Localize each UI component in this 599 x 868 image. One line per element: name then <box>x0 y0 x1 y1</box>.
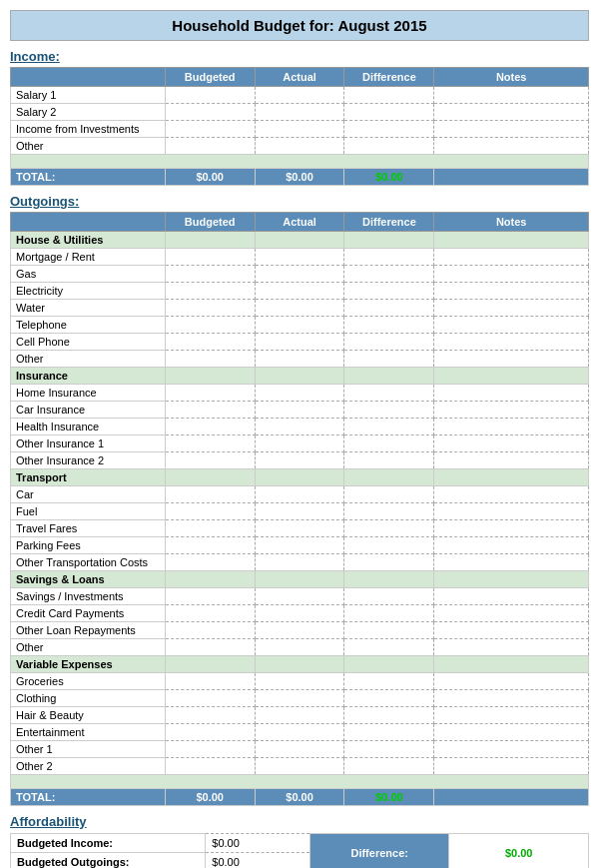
outgoings-row-actual[interactable] <box>255 673 344 690</box>
outgoings-row-notes[interactable] <box>434 741 589 758</box>
outgoings-row-actual[interactable] <box>255 351 344 368</box>
outgoings-row-actual[interactable] <box>255 385 344 402</box>
income-row-notes[interactable] <box>434 121 589 138</box>
outgoings-row-actual[interactable] <box>255 503 344 520</box>
outgoings-row-actual[interactable] <box>255 452 344 469</box>
outgoings-row-actual[interactable] <box>255 639 344 656</box>
income-row-actual[interactable] <box>255 138 344 155</box>
income-row-budgeted[interactable] <box>165 121 255 138</box>
income-row-difference[interactable] <box>344 138 434 155</box>
outgoings-row-actual[interactable] <box>255 249 344 266</box>
outgoings-row-difference[interactable] <box>344 758 434 775</box>
outgoings-row-actual[interactable] <box>255 707 344 724</box>
income-row-difference[interactable] <box>344 87 434 104</box>
outgoings-row-notes[interactable] <box>434 690 589 707</box>
outgoings-row-budgeted[interactable] <box>165 673 255 690</box>
outgoings-row-budgeted[interactable] <box>165 741 255 758</box>
outgoings-row-budgeted[interactable] <box>165 385 255 402</box>
outgoings-row-budgeted[interactable] <box>165 486 255 503</box>
outgoings-row-difference[interactable] <box>344 486 434 503</box>
outgoings-row-budgeted[interactable] <box>165 266 255 283</box>
income-row-notes[interactable] <box>434 87 589 104</box>
outgoings-row-budgeted[interactable] <box>165 724 255 741</box>
outgoings-row-actual[interactable] <box>255 283 344 300</box>
outgoings-row-notes[interactable] <box>434 283 589 300</box>
outgoings-row-notes[interactable] <box>434 402 589 419</box>
outgoings-row-difference[interactable] <box>344 249 434 266</box>
outgoings-row-notes[interactable] <box>434 452 589 469</box>
outgoings-row-notes[interactable] <box>434 486 589 503</box>
outgoings-row-difference[interactable] <box>344 588 434 605</box>
outgoings-row-notes[interactable] <box>434 588 589 605</box>
outgoings-row-actual[interactable] <box>255 402 344 419</box>
outgoings-row-budgeted[interactable] <box>165 622 255 639</box>
outgoings-row-difference[interactable] <box>344 503 434 520</box>
outgoings-row-budgeted[interactable] <box>165 351 255 368</box>
budgeted-income-val[interactable]: $0.00 <box>206 834 310 853</box>
outgoings-row-budgeted[interactable] <box>165 758 255 775</box>
outgoings-row-budgeted[interactable] <box>165 605 255 622</box>
outgoings-row-actual[interactable] <box>255 690 344 707</box>
outgoings-row-difference[interactable] <box>344 520 434 537</box>
outgoings-row-actual[interactable] <box>255 435 344 452</box>
income-row-difference[interactable] <box>344 121 434 138</box>
outgoings-row-difference[interactable] <box>344 639 434 656</box>
outgoings-row-budgeted[interactable] <box>165 419 255 435</box>
outgoings-row-budgeted[interactable] <box>165 639 255 656</box>
outgoings-row-notes[interactable] <box>434 673 589 690</box>
outgoings-row-budgeted[interactable] <box>165 300 255 317</box>
outgoings-row-actual[interactable] <box>255 486 344 503</box>
outgoings-row-notes[interactable] <box>434 351 589 368</box>
outgoings-row-notes[interactable] <box>434 622 589 639</box>
income-row-notes[interactable] <box>434 138 589 155</box>
income-row-actual[interactable] <box>255 104 344 121</box>
outgoings-row-notes[interactable] <box>434 724 589 741</box>
outgoings-row-budgeted[interactable] <box>165 334 255 351</box>
outgoings-row-difference[interactable] <box>344 537 434 554</box>
outgoings-row-notes[interactable] <box>434 317 589 334</box>
outgoings-row-difference[interactable] <box>344 419 434 435</box>
outgoings-row-notes[interactable] <box>434 419 589 435</box>
outgoings-row-notes[interactable] <box>434 605 589 622</box>
outgoings-row-difference[interactable] <box>344 317 434 334</box>
outgoings-row-actual[interactable] <box>255 520 344 537</box>
income-row-difference[interactable] <box>344 104 434 121</box>
outgoings-row-actual[interactable] <box>255 317 344 334</box>
outgoings-row-notes[interactable] <box>434 520 589 537</box>
outgoings-row-notes[interactable] <box>434 537 589 554</box>
outgoings-row-notes[interactable] <box>434 707 589 724</box>
outgoings-row-difference[interactable] <box>344 435 434 452</box>
outgoings-row-budgeted[interactable] <box>165 402 255 419</box>
outgoings-row-difference[interactable] <box>344 741 434 758</box>
outgoings-row-actual[interactable] <box>255 605 344 622</box>
outgoings-row-actual[interactable] <box>255 334 344 351</box>
outgoings-row-difference[interactable] <box>344 300 434 317</box>
income-row-budgeted[interactable] <box>165 87 255 104</box>
outgoings-row-budgeted[interactable] <box>165 249 255 266</box>
income-row-actual[interactable] <box>255 87 344 104</box>
outgoings-row-budgeted[interactable] <box>165 503 255 520</box>
outgoings-row-notes[interactable] <box>434 249 589 266</box>
outgoings-row-actual[interactable] <box>255 588 344 605</box>
outgoings-row-difference[interactable] <box>344 283 434 300</box>
outgoings-row-actual[interactable] <box>255 724 344 741</box>
outgoings-row-actual[interactable] <box>255 419 344 435</box>
outgoings-row-difference[interactable] <box>344 385 434 402</box>
outgoings-row-difference[interactable] <box>344 605 434 622</box>
outgoings-row-actual[interactable] <box>255 300 344 317</box>
outgoings-row-actual[interactable] <box>255 537 344 554</box>
outgoings-row-budgeted[interactable] <box>165 554 255 571</box>
outgoings-row-budgeted[interactable] <box>165 707 255 724</box>
outgoings-row-notes[interactable] <box>434 435 589 452</box>
outgoings-row-budgeted[interactable] <box>165 588 255 605</box>
outgoings-row-notes[interactable] <box>434 266 589 283</box>
income-row-budgeted[interactable] <box>165 138 255 155</box>
outgoings-row-budgeted[interactable] <box>165 317 255 334</box>
outgoings-row-notes[interactable] <box>434 300 589 317</box>
outgoings-row-budgeted[interactable] <box>165 435 255 452</box>
outgoings-row-difference[interactable] <box>344 351 434 368</box>
outgoings-row-notes[interactable] <box>434 639 589 656</box>
outgoings-row-budgeted[interactable] <box>165 690 255 707</box>
outgoings-row-difference[interactable] <box>344 673 434 690</box>
outgoings-row-notes[interactable] <box>434 554 589 571</box>
